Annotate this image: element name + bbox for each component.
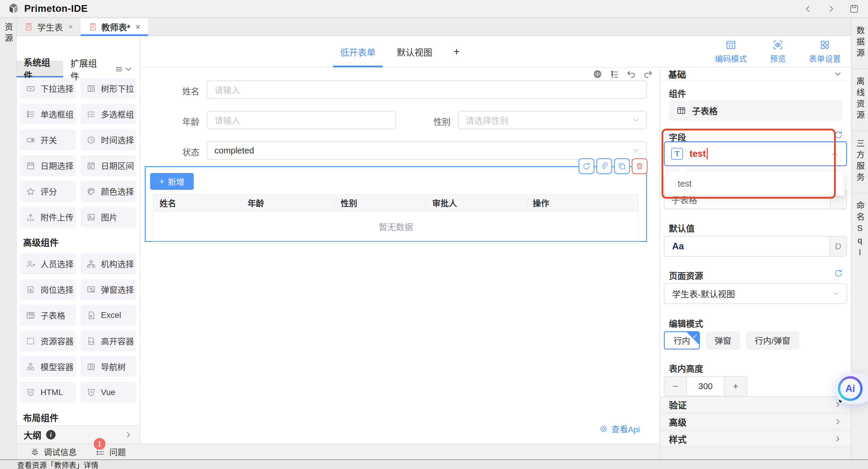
default-value-label: 默认值 <box>669 222 694 234</box>
column-header: 姓名 <box>154 195 242 211</box>
dropdown-option-test[interactable]: test <box>665 172 844 196</box>
edit-mode-modal-button[interactable]: 弹窗 <box>706 331 740 350</box>
section-advanced[interactable]: 高级 <box>660 413 851 430</box>
doc-tabstrip: 学生表 × 教师表* × <box>17 18 851 36</box>
nav-back-icon[interactable] <box>803 4 813 14</box>
app-title: Primeton-IDE <box>24 3 88 14</box>
close-icon[interactable]: × <box>135 23 140 32</box>
tab-extension-components[interactable]: 扩展组件 <box>63 61 110 78</box>
field-select-input[interactable]: T test <box>664 141 847 166</box>
rail-item-third-party-services[interactable]: 三方服务 <box>851 131 868 194</box>
widget-delete-button[interactable] <box>632 158 648 174</box>
plus-icon: + <box>159 177 164 186</box>
edit-mode-inline-button[interactable]: 行内✓ <box>664 331 700 350</box>
component-item-person-select[interactable]: 人员选择 <box>20 254 76 274</box>
component-item-radio-group[interactable]: 单选框组 <box>20 104 76 124</box>
grid-gear-icon <box>819 40 830 50</box>
i18n-globe-icon[interactable] <box>593 69 602 79</box>
preview-button[interactable]: 预览 <box>770 40 786 64</box>
outline-tree-icon[interactable] <box>610 69 619 79</box>
excel-icon <box>87 311 96 320</box>
default-value-suffix[interactable]: D <box>829 237 846 256</box>
component-item-image[interactable]: 图片 <box>81 207 136 227</box>
name-input[interactable]: 请输入 <box>207 81 647 99</box>
collapse-icon[interactable] <box>833 69 843 79</box>
rail-item-named-sql[interactable]: 命名Sql <box>851 194 868 269</box>
section-style[interactable]: 样式 <box>660 431 851 447</box>
component-item-time-picker[interactable]: 时间选择 <box>81 129 136 150</box>
field-refresh-icon[interactable] <box>834 130 843 140</box>
svg-text:5: 5 <box>90 390 92 394</box>
view-api-link[interactable]: 查看Api <box>599 423 640 435</box>
chevron-right-icon <box>833 434 842 443</box>
gender-select[interactable]: 请选择性别 <box>458 111 647 129</box>
component-item-checkbox-group[interactable]: 多选框组 <box>81 104 136 124</box>
tab-system-components[interactable]: 系统组件 <box>17 61 63 78</box>
component-item-tree-dropdown[interactable]: 树形下拉 <box>81 78 136 99</box>
component-item-date-picker[interactable]: 日期选择 <box>20 155 76 176</box>
view-tab-lowcode-form[interactable]: 低开表单 <box>338 36 377 67</box>
edit-mode-inline-modal-button[interactable]: 行内/弹窗 <box>746 331 799 350</box>
view-tab-default-view[interactable]: 默认视图 <box>395 36 434 67</box>
component-item-vue[interactable]: 5Vue <box>81 382 136 403</box>
bottom-bar: 调试信息 问题 1 <box>17 444 659 459</box>
page-resource-select[interactable]: 学生表-默认视图 <box>664 283 847 304</box>
rail-item-offline-resources[interactable]: 离线资源 <box>851 69 868 131</box>
add-view-tab-button[interactable]: + <box>452 36 462 67</box>
page-resource-refresh-icon[interactable] <box>834 268 843 278</box>
component-item-dropdown[interactable]: 下拉选择 <box>20 78 76 99</box>
nav-forward-icon[interactable] <box>826 4 836 14</box>
table-height-value[interactable]: 300 <box>687 377 724 395</box>
form-settings-button[interactable]: 表单设置 <box>809 40 841 64</box>
doc-tab-teacher-table[interactable]: 教师表* × <box>81 18 148 35</box>
component-item-file-upload[interactable]: 附件上传 <box>20 207 76 227</box>
code-mode-button[interactable]: 编码模式 <box>715 40 747 64</box>
outline-row[interactable]: 大纲 i <box>17 425 140 444</box>
status-select[interactable]: completed <box>207 141 647 160</box>
component-item-color-picker[interactable]: 颜色选择 <box>81 181 136 202</box>
component-item-excel[interactable]: Excel <box>81 305 136 326</box>
component-item-model-container[interactable]: 模型容器 <box>20 356 76 377</box>
component-item-org-select[interactable]: 机构选择 <box>81 254 136 274</box>
column-header: 审批人 <box>426 195 527 211</box>
redo-icon[interactable] <box>643 69 653 79</box>
component-item-rating[interactable]: 评分 <box>20 181 76 202</box>
component-item-html[interactable]: 5HTML <box>20 382 76 403</box>
paperclip-icon <box>600 162 609 171</box>
doc-tab-student-table[interactable]: 学生表 × <box>17 18 81 35</box>
debug-info-button[interactable]: 调试信息 <box>30 446 77 458</box>
component-item-nav-tree[interactable]: 导航树 <box>81 356 136 377</box>
panel-collapse-icon[interactable] <box>123 64 133 75</box>
widget-copy-button[interactable] <box>614 158 630 174</box>
component-item-post-select[interactable]: 岗位选择 <box>20 279 76 300</box>
chevron-right-icon <box>833 417 842 426</box>
inspector-footer <box>660 447 851 459</box>
age-input[interactable]: 请输入 <box>207 111 396 129</box>
ai-assistant-button[interactable]: Ai <box>838 376 863 401</box>
decrement-button[interactable]: − <box>664 377 687 395</box>
default-value-input[interactable]: Aa D <box>664 236 847 257</box>
close-icon[interactable]: × <box>68 23 73 32</box>
vue-icon: 5 <box>87 388 96 397</box>
inspector-title: 基础 <box>668 67 686 81</box>
panel-menu-icon[interactable] <box>114 64 123 74</box>
subtable-widget[interactable]: + 新增 姓名 年龄 性别 审批人 操作 暂无数据 <box>145 166 647 242</box>
rail-item-resources[interactable]: 资源 <box>2 23 14 45</box>
component-item-date-range[interactable]: 日期区间 <box>81 155 136 176</box>
undo-icon[interactable] <box>626 69 636 79</box>
save-icon[interactable] <box>849 4 859 14</box>
component-item-procode-container[interactable]: 高开容器 <box>81 331 136 351</box>
component-item-switch[interactable]: 开关 <box>20 129 76 150</box>
increment-button[interactable]: + <box>724 377 747 395</box>
section-validation[interactable]: 验证 <box>660 396 851 413</box>
column-header: 性别 <box>335 195 426 211</box>
component-item-resource-container[interactable]: 资源容器 <box>20 331 76 351</box>
empty-state: 暂无数据 <box>154 211 638 242</box>
widget-refresh-button[interactable] <box>579 158 594 174</box>
widget-link-button[interactable] <box>596 158 612 174</box>
add-row-button[interactable]: + 新增 <box>150 173 194 190</box>
component-item-subtable[interactable]: 子表格 <box>20 305 76 326</box>
component-item-modal-select[interactable]: 弹窗选择 <box>81 279 136 300</box>
palette-icon <box>87 187 96 196</box>
rail-item-datasource[interactable]: 数据源 <box>851 18 868 69</box>
